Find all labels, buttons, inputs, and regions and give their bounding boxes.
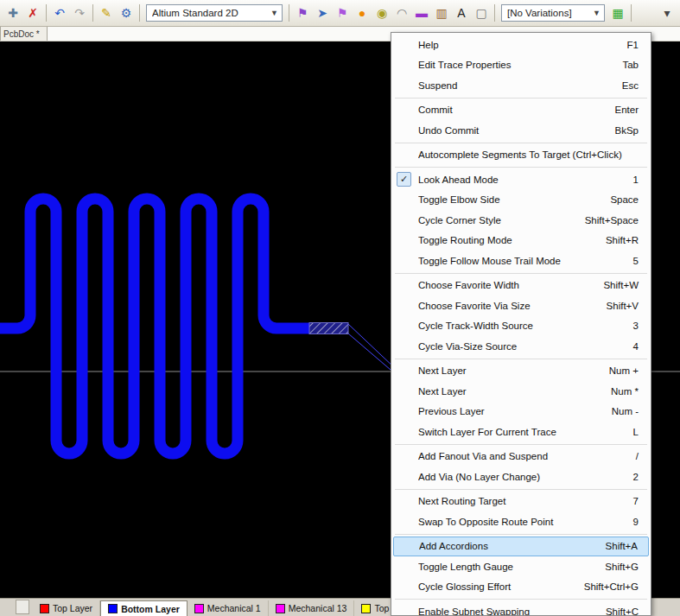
- pad-icon[interactable]: ◉: [372, 3, 391, 22]
- board-icon[interactable]: ▦: [608, 3, 627, 22]
- menu-item-switch-layer-for-current-trace[interactable]: ✓ Switch Layer For Current Trace L: [391, 422, 651, 442]
- route-flag-icon[interactable]: ⚑: [293, 3, 312, 22]
- layer-tab-mechanical-1[interactable]: Mechanical 1: [187, 600, 269, 616]
- menu-separator: [391, 442, 651, 447]
- multi-route-icon[interactable]: ⚑: [333, 3, 352, 22]
- view-configuration-select[interactable]: Altium Standard 2D ▼: [146, 4, 283, 22]
- menu-item-previous-layer[interactable]: ✓ Previous Layer Num -: [391, 402, 651, 422]
- menu-item-enable-subnet-swapping[interactable]: ✓ Enable Subnet Swapping Shift+C: [391, 601, 651, 616]
- menu-separator: [391, 597, 651, 601]
- menu-item-cycle-track-width-source[interactable]: ✓ Cycle Track-Width Source 3: [391, 316, 651, 337]
- interactive-routing-context-menu: ✓ Help F1 ✓ Edit Trace Properties Tab ✓ …: [391, 32, 651, 616]
- menu-item-toggle-length-gauge[interactable]: ✓ Toggle Length Gauge Shift+G: [391, 556, 651, 577]
- menu-item-choose-favorite-width[interactable]: ✓ Choose Favorite Width Shift+W: [391, 276, 651, 296]
- menu-item-autocomplete-segments[interactable]: ✓ Autocomplete Segments To Target (Ctrl+…: [391, 145, 651, 166]
- menu-item-add-fanout-via-and-suspend[interactable]: ✓ Add Fanout Via and Suspend /: [391, 447, 651, 467]
- menu-item-add-accordions[interactable]: ✓ Add Accordions Shift+A: [393, 537, 649, 557]
- menu-item-look-ahead-mode[interactable]: ✓ Look Ahead Mode 1: [391, 169, 651, 190]
- menu-item-edit-trace-properties[interactable]: ✓ Edit Trace Properties Tab: [391, 55, 651, 76]
- menu-item-cycle-corner-style[interactable]: ✓ Cycle Corner Style Shift+Space: [391, 210, 651, 231]
- signal-trace: [0, 199, 309, 454]
- main-toolbar: ✚ ✗ ↶ ↷ ✎ ⚙ Altium Standard 2D ▼ ⚑ ➤ ⚑ ●…: [0, 0, 680, 27]
- layer-color-swatch: [194, 604, 204, 613]
- layer-color-swatch: [276, 604, 285, 613]
- clear-filter-icon[interactable]: ✗: [23, 3, 42, 22]
- menu-separator: [391, 487, 651, 492]
- layer-color-swatch: [40, 604, 49, 613]
- menu-item-toggle-elbow-side[interactable]: ✓ Toggle Elbow Side Space: [391, 190, 651, 211]
- menu-item-toggle-routing-mode[interactable]: ✓ Toggle Routing Mode Shift+R: [391, 231, 651, 251]
- toolbar-divider: [631, 4, 632, 22]
- fill-icon[interactable]: ▬: [412, 3, 431, 22]
- toolbar-divider: [92, 4, 93, 22]
- redo-icon[interactable]: ↷: [70, 3, 89, 22]
- via-icon[interactable]: ●: [353, 3, 372, 22]
- layer-color-swatch: [361, 604, 371, 613]
- menu-item-next-layer[interactable]: ✓ Next Layer Num +: [391, 361, 651, 382]
- checkmark-icon: ✓: [397, 172, 411, 187]
- toolbar-divider: [289, 4, 289, 22]
- menu-item-toggle-follow-mouse-trail-mode[interactable]: ✓ Toggle Follow Mouse Trail Mode 5: [391, 251, 651, 271]
- menu-item-commit[interactable]: ✓ Commit Enter: [391, 100, 651, 121]
- menu-item-undo-commit[interactable]: ✓ Undo Commit BkSp: [391, 120, 651, 141]
- variations-select[interactable]: [No Variations] ▼: [501, 4, 605, 22]
- dropdown-arrow-icon[interactable]: ▼: [269, 9, 280, 17]
- dropdown-arrow-icon[interactable]: ▼: [591, 9, 602, 17]
- menu-item-next-layer-2[interactable]: ✓ Next Layer Num *: [391, 381, 651, 402]
- layer-scroll-left-button[interactable]: [16, 600, 29, 614]
- toolbar-divider: [494, 4, 495, 22]
- menu-item-help[interactable]: ✓ Help F1: [391, 35, 651, 55]
- pencil-icon[interactable]: ✎: [97, 3, 116, 22]
- component-icon[interactable]: ▢: [472, 3, 491, 22]
- menu-separator: [391, 96, 651, 100]
- look-ahead-path: [348, 324, 396, 369]
- select-tool-icon[interactable]: ✚: [3, 3, 22, 22]
- text-icon[interactable]: A: [452, 3, 471, 22]
- arc-icon[interactable]: ◠: [392, 3, 411, 22]
- routing-segment-hatched: [309, 323, 348, 334]
- menu-item-cycle-glossing-effort[interactable]: ✓ Cycle Glossing Effort Shift+Ctrl+G: [391, 577, 651, 598]
- menu-item-add-via-no-layer-change[interactable]: ✓ Add Via (No Layer Change) 2: [391, 467, 651, 487]
- route-pointer-icon[interactable]: ➤: [313, 3, 332, 22]
- menu-separator: [391, 165, 651, 169]
- layer-tab-bottom-layer[interactable]: Bottom Layer: [100, 600, 187, 616]
- menu-separator: [391, 141, 651, 145]
- document-tab-pcbdoc[interactable]: PcbDoc *: [0, 26, 48, 41]
- chart-icon[interactable]: ▥: [432, 3, 451, 22]
- menu-item-swap-to-opposite-route-point[interactable]: ✓ Swap To Opposite Route Point 9: [391, 511, 651, 532]
- toolbar-overflow-icon[interactable]: ▾: [658, 3, 677, 22]
- menu-item-choose-favorite-via-size[interactable]: ✓ Choose Favorite Via Size Shift+V: [391, 295, 651, 316]
- look-ahead-path: [348, 333, 391, 370]
- measure-icon[interactable]: ⚙: [117, 3, 136, 22]
- menu-separator: [391, 271, 651, 276]
- menu-separator: [391, 532, 651, 537]
- layer-tab-mechanical-13[interactable]: Mechanical 13: [269, 600, 355, 616]
- menu-item-suspend[interactable]: ✓ Suspend Esc: [391, 75, 651, 96]
- toolbar-divider: [46, 4, 47, 22]
- menu-separator: [391, 357, 651, 361]
- layer-color-swatch: [108, 604, 118, 613]
- toolbar-divider: [139, 4, 140, 22]
- menu-item-next-routing-target[interactable]: ✓ Next Routing Target 7: [391, 492, 651, 512]
- menu-item-cycle-via-size-source[interactable]: ✓ Cycle Via-Size Source 4: [391, 336, 651, 357]
- layer-tab-top-layer[interactable]: Top Layer: [33, 600, 100, 616]
- undo-icon[interactable]: ↶: [50, 3, 69, 22]
